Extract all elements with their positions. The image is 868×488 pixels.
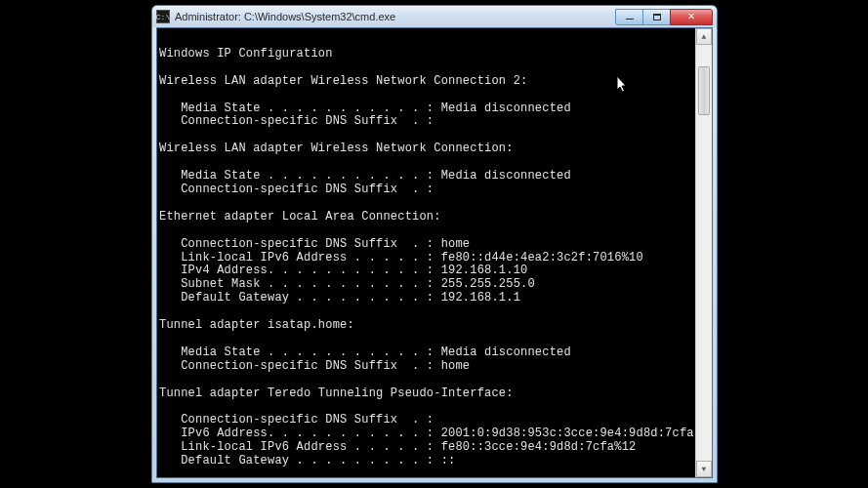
vertical-scrollbar: ▲ ▼	[695, 28, 712, 477]
close-icon: ✕	[687, 11, 694, 22]
close-button[interactable]: ✕	[670, 9, 713, 25]
window-title: Administrator: C:\Windows\System32\cmd.e…	[175, 11, 616, 22]
minimize-button[interactable]	[615, 9, 643, 25]
scroll-thumb[interactable]	[698, 66, 710, 115]
minimize-icon	[626, 19, 634, 20]
content-frame: Windows IP Configuration Wireless LAN ad…	[156, 27, 713, 478]
scroll-down-button[interactable]: ▼	[696, 461, 712, 477]
maximize-button[interactable]	[642, 9, 671, 25]
cmd-window: C:\ Administrator: C:\Windows\System32\c…	[151, 5, 718, 483]
maximize-icon	[653, 14, 661, 20]
scroll-up-button[interactable]: ▲	[696, 28, 712, 45]
window-controls: ✕	[616, 9, 713, 25]
title-bar[interactable]: C:\ Administrator: C:\Windows\System32\c…	[152, 6, 717, 27]
terminal-output[interactable]: Windows IP Configuration Wireless LAN ad…	[157, 28, 695, 477]
cmd-icon: C:\	[156, 10, 170, 23]
scroll-track[interactable]	[696, 45, 712, 461]
